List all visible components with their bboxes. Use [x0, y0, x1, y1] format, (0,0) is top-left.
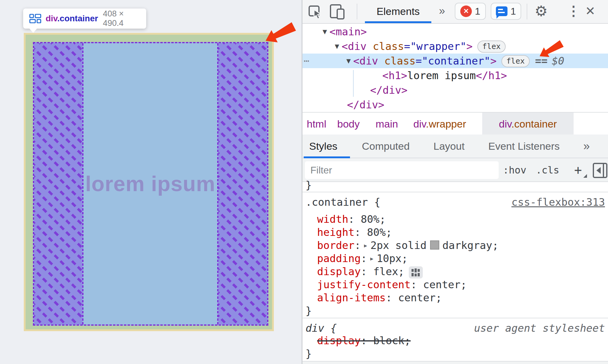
error-icon: ✕ [460, 5, 472, 17]
styles-tab-bar: Styles Computed Layout Event Listeners » [302, 135, 608, 158]
dom-row-container-selected[interactable]: ⋯▼<div class="container">flex==$0 [302, 54, 608, 68]
flex-free-space-right-hatch [217, 43, 267, 324]
h1-text-node: lorem ipsum [407, 69, 476, 82]
screenshot-root: lorem ipsum div.container 408 × 490.4 [0, 0, 608, 364]
stylesheet-link[interactable]: css-flexbox:313 [511, 195, 605, 209]
breadcrumb-item-main[interactable]: main [376, 113, 398, 135]
tooltip-class: .container [57, 14, 98, 23]
more-panels-icon[interactable]: » [583, 135, 590, 158]
toolbar-separator-2 [527, 4, 527, 19]
dom-row-main[interactable]: ▼<main> [302, 24, 608, 39]
issues-badge[interactable]: 1 [491, 3, 521, 20]
dollar-zero-hint: $0 [552, 55, 564, 67]
tab-elements[interactable]: Elements [365, 0, 431, 23]
indent-guide-line [353, 70, 354, 97]
flex-badge[interactable]: flex [501, 55, 529, 67]
tab-elements-underline [365, 21, 431, 23]
css-prop-align-items[interactable]: align-items: center; [317, 292, 442, 304]
tooltip-notch [29, 28, 37, 33]
expand-shorthand-icon[interactable]: ▸ [363, 241, 368, 250]
divider [302, 318, 608, 318]
css-prop-border[interactable]: border:▸2px soliddarkgray; [317, 239, 498, 251]
console-error-badge[interactable]: ✕ 1 [455, 3, 486, 20]
disclosure-triangle[interactable]: ▼ [335, 42, 339, 51]
disclosure-triangle[interactable]: ▼ [346, 57, 351, 65]
divider [302, 192, 608, 192]
inspect-element-icon[interactable] [308, 5, 322, 19]
device-toolbar-icon[interactable] [329, 4, 346, 19]
sidebar-toggle-icon[interactable] [592, 163, 608, 178]
new-style-rule-button[interactable]: + [574, 158, 582, 182]
tab-event-listeners[interactable]: Event Listeners [488, 135, 560, 158]
css-prop-height[interactable]: height: 80%; [317, 226, 392, 238]
hatch-pattern-left [34, 43, 82, 324]
dom-row-h1[interactable]: <h1>lorem ipsum</h1> [302, 68, 608, 83]
breadcrumb-item-body[interactable]: body [337, 113, 360, 135]
expand-shorthand-icon[interactable]: ▸ [369, 254, 374, 263]
flex-free-space-left-hatch [34, 43, 83, 324]
tab-layout[interactable]: Layout [433, 135, 465, 158]
toolbar-separator [357, 4, 357, 19]
more-tabs-icon[interactable]: » [439, 0, 445, 22]
tab-computed[interactable]: Computed [362, 135, 410, 158]
tab-styles[interactable]: Styles [309, 135, 338, 158]
tag-open: <div [341, 40, 373, 52]
settings-gear-icon[interactable]: ⚙ [535, 0, 548, 23]
tag-open: <div [353, 55, 384, 67]
css-prop-display[interactable]: display: flex; [317, 265, 423, 278]
annotation-arrow-page [262, 19, 298, 48]
tag-h1-close: </h1> [476, 69, 507, 82]
flex-overlay-padding-box: lorem ipsum [26, 35, 272, 329]
styles-filter-input[interactable] [305, 161, 499, 179]
gutter-dots-icon[interactable]: ⋯ [304, 54, 310, 68]
user-agent-stylesheet-label: user agent stylesheet [474, 321, 605, 335]
rule-container-selector-row: .container { css-flexbox:313 [306, 195, 605, 209]
page-heading: lorem ipsum [85, 172, 215, 196]
tag-h1-open: <h1> [382, 69, 407, 82]
attr-name: class [373, 40, 404, 52]
tooltip-tag: div [46, 14, 57, 23]
css-prop-padding[interactable]: padding:▸10px; [317, 252, 408, 264]
next-section-strip [302, 362, 608, 364]
disclosure-triangle[interactable]: ▼ [323, 27, 327, 36]
css-prop-justify-content[interactable]: justify-content: center; [317, 278, 467, 291]
hatch-pattern-right [218, 43, 267, 324]
flex-badge[interactable]: flex [477, 40, 505, 53]
dom-row-close-wrapper[interactable]: </div> [302, 97, 608, 112]
dom-row-close-container[interactable]: </div> [302, 83, 608, 97]
tag-close-div: </div> [370, 84, 408, 96]
issues-count: 1 [511, 6, 516, 17]
error-count: 1 [475, 6, 480, 17]
kebab-menu-icon[interactable]: ⋮ [567, 0, 580, 22]
flex-layout-icon [29, 14, 41, 23]
tag-close-bracket: > [490, 55, 497, 67]
rule-div-selector-row: div { user agent stylesheet [306, 321, 605, 335]
inspect-tooltip: div.container 408 × 490.4 [23, 9, 146, 29]
close-devtools-icon[interactable]: ✕ [585, 0, 596, 22]
devtools-panel: Elements » ✕ 1 1 ⚙ ⋮ ✕ ▼<main> ▼<div cla… [302, 0, 608, 364]
flex-overlay-border-box: lorem ipsum [24, 33, 274, 331]
toggle-hover-state-button[interactable]: :hov [503, 158, 526, 182]
new-rule-caret-icon[interactable] [583, 174, 587, 178]
toggle-classes-button[interactable]: .cls [536, 158, 559, 182]
issues-icon [496, 6, 507, 16]
breadcrumb-item-html[interactable]: html [307, 113, 326, 135]
css-prop-width[interactable]: width: 80%; [317, 213, 386, 225]
rule-selector[interactable]: .container { [306, 196, 380, 208]
tooltip-selector: div.container [46, 14, 98, 23]
breadcrumb-item-div-wrapper[interactable]: div.wrapper [413, 113, 466, 135]
flex-item-region: lorem ipsum [83, 43, 217, 324]
breadcrumb: html body main div.wrapper div.container [302, 113, 608, 135]
color-swatch[interactable] [430, 240, 439, 250]
breadcrumb-item-div-container[interactable]: div.container [482, 113, 574, 135]
rule-selector[interactable]: div { [306, 322, 337, 334]
attr-value: ="wrapper" [404, 40, 466, 52]
tooltip-dimensions: 408 × 490.4 [103, 9, 146, 28]
flex-editor-icon[interactable] [409, 266, 423, 278]
attr-name: class [384, 55, 415, 67]
devtools-toolbar: Elements » ✕ 1 1 ⚙ ⋮ ✕ [302, 0, 608, 24]
flex-overlay-content-box: lorem ipsum [33, 42, 268, 326]
attr-value: ="container" [415, 55, 490, 67]
css-prop-display-overridden[interactable]: display: block; [317, 334, 411, 347]
rule-close-brace: } [306, 348, 312, 360]
